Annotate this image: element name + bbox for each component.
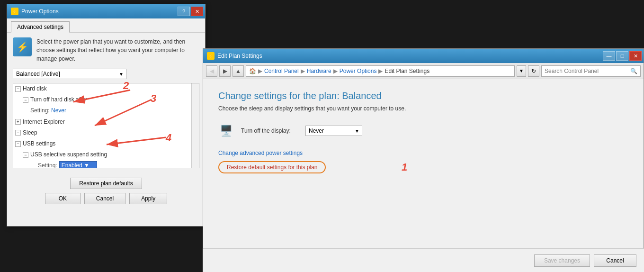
setting-never-label: Setting: Never <box>30 106 66 115</box>
tree-item-harddisk: − Hard disk <box>13 83 199 94</box>
close-button[interactable]: ✕ <box>191 7 203 16</box>
edit-maximize-button[interactable]: □ <box>616 51 628 61</box>
tree-item-setting-never: Setting: Never <box>13 105 199 116</box>
edit-content: Change settings for the plan: Balanced C… <box>203 79 644 185</box>
display-dropdown[interactable]: Never 1 minute 5 minutes 10 minutes 15 m… <box>305 126 362 136</box>
plan-dropdown-wrapper: Balanced [Active] High performance Power… <box>13 69 126 79</box>
usb-label: USB settings <box>23 139 55 148</box>
setting-row-usb: Setting: Enabled ▼ Disabled Enabled <box>13 160 199 168</box>
edit-close-button[interactable]: ✕ <box>629 51 642 61</box>
expand-usb[interactable]: − <box>15 141 21 147</box>
tree-item-ie: + Internet Explorer <box>13 117 199 127</box>
harddisk-label: Hard disk <box>23 84 47 93</box>
setting-label: Setting: <box>38 162 57 168</box>
path-power-options[interactable]: Power Options <box>340 68 377 74</box>
display-label: Turn off the display: <box>241 127 298 134</box>
path-edit-plan: Edit Plan Settings <box>385 68 429 74</box>
help-button[interactable]: ? <box>178 7 190 16</box>
expand-ie[interactable]: + <box>15 119 21 125</box>
edit-plan-subtitle: Choose the sleep and display settings th… <box>218 105 628 112</box>
setting-dropdown-wrapper: Enabled ▼ Disabled Enabled <box>59 161 97 168</box>
display-dropdown-wrapper: Never 1 minute 5 minutes 10 minutes 15 m… <box>305 126 362 136</box>
back-button[interactable]: ◀ <box>206 65 217 77</box>
tabs-area: Advanced settings <box>7 18 205 33</box>
advanced-settings-tab[interactable]: Advanced settings <box>11 21 70 33</box>
edit-window-title: Edit Plan Settings <box>217 53 262 59</box>
plan-dropdown-row: Balanced [Active] High performance Power… <box>13 69 199 79</box>
tree-scrollbar[interactable] <box>191 83 199 168</box>
edit-window-controls: — □ ✕ <box>603 51 642 61</box>
restore-default-link[interactable]: Restore default settings for this plan <box>218 161 326 173</box>
up-button[interactable]: ▲ <box>233 65 244 77</box>
expand-turnoff[interactable]: − <box>23 97 28 103</box>
ie-label: Internet Explorer <box>23 118 65 127</box>
edit-cancel-button[interactable]: Cancel <box>594 254 636 267</box>
refresh-button[interactable]: ↻ <box>528 65 539 77</box>
save-changes-button[interactable]: Save changes <box>534 254 590 267</box>
bottom-area: Restore plan defaults OK Cancel Apply <box>7 173 205 209</box>
expand-usb-suspend[interactable]: − <box>23 152 28 158</box>
tree-item-sleep: − Sleep <box>13 127 199 138</box>
edit-plan-heading: Change settings for the plan: Balanced <box>218 91 628 101</box>
tree-item-usb: − USB settings <box>13 138 199 149</box>
plan-dropdown[interactable]: Balanced [Active] High performance Power… <box>13 69 126 79</box>
edit-titlebar-left: ⚡ Edit Plan Settings <box>207 52 262 60</box>
apply-button[interactable]: Apply <box>129 193 167 204</box>
edit-window-icon: ⚡ <box>207 52 215 60</box>
change-power-link[interactable]: Change advanced power settings <box>218 150 628 156</box>
description-area: ⚡ Select the power plan that you want to… <box>13 37 199 63</box>
titlebar-left: ⚡ Power Options <box>11 8 59 15</box>
forward-button[interactable]: ▶ <box>219 65 231 77</box>
expand-sleep[interactable]: − <box>15 130 21 136</box>
display-setting-row: 🖥️ Turn off the display: Never 1 minute … <box>218 123 628 138</box>
path-sep2: ▶ <box>301 68 305 74</box>
power-icon: ⚡ <box>13 37 32 56</box>
display-icon: 🖥️ <box>218 123 233 138</box>
search-input[interactable] <box>545 68 628 74</box>
address-bar: ◀ ▶ ▲ 🏠 ▶ Control Panel ▶ Hardware ▶ Pow… <box>203 63 644 79</box>
window-controls: ? ✕ <box>178 7 203 16</box>
setting-dropdown[interactable]: Enabled ▼ <box>59 161 97 168</box>
edit-plan-titlebar: ⚡ Edit Plan Settings — □ ✕ <box>203 49 644 63</box>
tree-container[interactable]: − Hard disk − Turn off hard disk after S… <box>13 83 199 168</box>
address-path[interactable]: 🏠 ▶ Control Panel ▶ Hardware ▶ Power Opt… <box>246 65 515 77</box>
edit-plan-footer: Save changes Cancel <box>203 248 644 272</box>
tree-item-turnoff: − Turn off hard disk after <box>13 94 199 105</box>
path-hardware[interactable]: Hardware <box>307 68 331 74</box>
ok-button[interactable]: OK <box>45 193 80 204</box>
links-area: Change advanced power settings Restore d… <box>218 150 628 173</box>
power-options-titlebar: ⚡ Power Options ? ✕ <box>7 4 205 18</box>
restore-plan-button[interactable]: Restore plan defaults <box>70 178 142 189</box>
action-buttons: OK Cancel Apply <box>13 193 199 204</box>
address-dropdown[interactable]: ▼ <box>517 65 526 77</box>
power-options-window: ⚡ Power Options ? ✕ Advanced settings ⚡ … <box>7 4 206 227</box>
tree-item-usb-suspend: − USB selective suspend setting <box>13 149 199 160</box>
search-icon[interactable]: 🔍 <box>630 68 637 74</box>
usb-suspend-label: USB selective suspend setting <box>30 150 107 159</box>
turnoff-label: Turn off hard disk after <box>30 95 87 104</box>
description-text: Select the power plan that you want to c… <box>36 37 199 63</box>
path-sep3: ▶ <box>333 68 338 74</box>
edit-plan-window: ⚡ Edit Plan Settings — □ ✕ ◀ ▶ ▲ 🏠 ▶ Con… <box>203 48 644 272</box>
path-sep1: ▶ <box>258 68 262 74</box>
window-title: Power Options <box>21 8 59 15</box>
path-control-panel[interactable]: Control Panel <box>264 68 299 74</box>
path-sep4: ▶ <box>378 68 383 74</box>
expand-harddisk[interactable]: − <box>15 86 21 92</box>
cancel-button[interactable]: Cancel <box>84 193 125 204</box>
search-box: 🔍 <box>541 65 641 77</box>
edit-minimize-button[interactable]: — <box>603 51 615 61</box>
sleep-label: Sleep <box>23 128 37 137</box>
content-area: ⚡ Select the power plan that you want to… <box>7 33 205 173</box>
window-icon: ⚡ <box>11 8 18 15</box>
path-icon: 🏠 <box>249 68 256 74</box>
